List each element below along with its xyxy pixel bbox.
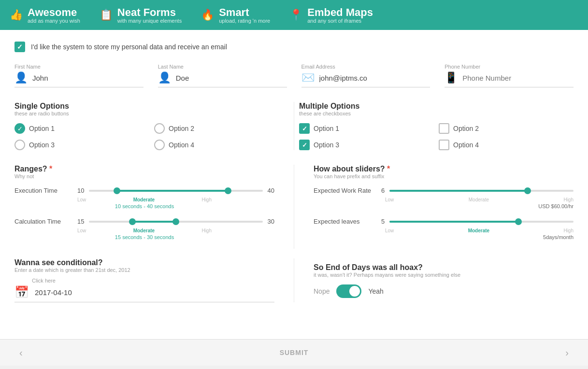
single-options-subtitle: these are radio buttons (14, 111, 289, 116)
last-name-group: Last Name 👤 (158, 64, 287, 87)
calc-time-thumb-right[interactable] (172, 218, 179, 225)
first-name-label: First Name (14, 64, 143, 70)
brand: 👍 Awesome add as many you wish (10, 6, 80, 24)
multiple-options: Multiple Options these are checkboxes Op… (299, 102, 574, 150)
date-input-wrap: Click here 📅 (14, 278, 274, 302)
radio-label-3: Option 3 (29, 141, 55, 149)
next-button[interactable]: › (565, 347, 569, 358)
checkbox-grid: Option 1 Option 2 Option 3 Option 4 (299, 123, 574, 150)
checkbox-option-1[interactable]: Option 1 (299, 123, 434, 134)
expected-leaves-track[interactable] (389, 221, 574, 223)
expected-leaves-desc: 5days/month (314, 234, 574, 240)
calc-time-thumb-left[interactable] (129, 218, 136, 225)
toggle-title: So End of Days was all hoax? (314, 263, 574, 272)
checkbox-box-4 (439, 140, 449, 150)
first-name-group: First Name 👤 (14, 64, 143, 87)
work-rate-row: Expected Work Rate 6 Low Moderate High U… (314, 187, 574, 209)
checkbox-option-4[interactable]: Option 4 (439, 140, 574, 150)
calc-high-label: High (201, 228, 212, 233)
radio-option-2[interactable]: Option 2 (154, 123, 289, 134)
work-rate-fill (389, 190, 528, 192)
work-rate-track[interactable] (389, 190, 574, 192)
expected-leaves-row: Expected leaves 5 Low Moderate High 5day… (314, 218, 574, 240)
calc-moderate-label: Moderate (133, 228, 155, 233)
multiple-options-subtitle: these are checkboxes (299, 111, 574, 116)
execution-time-fill (117, 190, 228, 192)
expected-leaves-thumb[interactable] (515, 218, 522, 225)
email-label: Email Address (301, 64, 430, 70)
nav-embed-maps-title: Embed Maps (307, 6, 373, 18)
ranges-section: Ranges? * Why not Execution Time 10 40 L… (14, 165, 574, 249)
toggle-row: Nope Yeah (314, 284, 574, 298)
date-input-row: 📅 (14, 285, 274, 302)
work-rate-label: Expected Work Rate (314, 187, 376, 194)
calculation-time-track[interactable] (89, 221, 262, 223)
execution-time-max: 40 (268, 187, 274, 194)
header: 👍 Awesome add as many you wish 📋 Neat Fo… (0, 0, 588, 30)
phone-group: Phone Number 📱 (445, 64, 574, 87)
nav-neat-forms[interactable]: 📋 Neat Forms with many unique elements (100, 6, 182, 24)
first-name-input-row: 👤 (14, 71, 143, 87)
calc-low-label: Low (77, 228, 86, 233)
radio-circle-1 (14, 123, 25, 134)
phone-icon: 📱 (445, 71, 458, 84)
person-icon: 👤 (14, 71, 28, 84)
email-icon: ✉️ (301, 71, 315, 84)
wr-high-label: High (563, 197, 574, 202)
single-options-title: Single Options (14, 102, 289, 111)
radio-option-4[interactable]: Option 4 (154, 140, 289, 150)
nav-neat-forms-sub: with many unique elements (117, 18, 182, 24)
consent-checkbox[interactable] (14, 42, 25, 52)
submit-button[interactable]: SUBMIT (280, 349, 309, 356)
checkbox-box-2 (439, 123, 449, 134)
radio-circle-3 (14, 140, 25, 150)
execution-time-thumb-right[interactable] (225, 187, 231, 194)
execution-time-thumb-left[interactable] (114, 187, 120, 194)
nav-embed-maps[interactable]: 📍 Embed Maps and any sort of iframes (289, 6, 373, 24)
el-high-label: High (563, 228, 574, 233)
phone-label: Phone Number (445, 64, 574, 70)
radio-circle-4 (154, 140, 165, 150)
ranges-left: Ranges? * Why not Execution Time 10 40 L… (14, 165, 274, 249)
email-group: Email Address ✉️ (301, 64, 430, 87)
toggle-subtitle: it was, wasn't it? Perhaps mayans were s… (314, 272, 574, 278)
radio-option-1[interactable]: Option 1 (14, 123, 149, 134)
checkbox-label-1: Option 1 (314, 125, 339, 132)
date-click-label: Click here (32, 278, 274, 284)
brand-subtitle: add as many you wish (28, 18, 80, 24)
toggle-switch[interactable] (336, 284, 361, 298)
consent-label: I'd like the system to store my personal… (31, 43, 227, 51)
checkbox-option-2[interactable]: Option 2 (439, 123, 574, 134)
execution-time-row: Execution Time 10 40 Low Moderate High 1… (14, 187, 274, 209)
prev-button[interactable]: ‹ (19, 347, 23, 358)
date-subtitle: Enter a date which is greater than 21st … (14, 267, 274, 273)
date-divider (294, 258, 294, 302)
nav-smart[interactable]: 🔥 Smart upload, rating 'n more (201, 6, 270, 24)
exec-moderate-label: Moderate (133, 197, 155, 202)
work-rate-desc: USD $60.00/hr (314, 203, 574, 209)
calc-time-max: 30 (268, 218, 274, 225)
radio-option-3[interactable]: Option 3 (14, 140, 149, 150)
brand-title: Awesome (28, 6, 77, 18)
nav-neat-forms-title: Neat Forms (117, 6, 176, 18)
email-input[interactable] (319, 74, 430, 82)
single-options: Single Options these are radio buttons O… (14, 102, 289, 150)
date-input[interactable] (35, 288, 131, 297)
first-name-input[interactable] (32, 74, 143, 82)
calc-time-min: 15 (77, 218, 84, 225)
brand-icon: 👍 (10, 9, 23, 21)
execution-time-track[interactable] (89, 190, 262, 192)
checkbox-box-3 (299, 140, 310, 150)
last-name-input[interactable] (176, 74, 287, 82)
last-name-label: Last Name (158, 64, 287, 70)
phone-input[interactable] (462, 74, 574, 82)
exec-high-label: High (201, 197, 212, 202)
checkbox-option-3[interactable]: Option 3 (299, 140, 434, 150)
fields-row: First Name 👤 Last Name 👤 Email Address ✉… (14, 64, 574, 87)
wr-moderate-label: Moderate (469, 197, 489, 202)
calculation-time-fill (132, 221, 176, 223)
sliders-title: How about sliders? * (314, 165, 574, 173)
work-rate-thumb[interactable] (524, 187, 531, 194)
calculation-time-row: Calculation Time 15 30 Low Moderate High… (14, 218, 274, 240)
main-content: I'd like the system to store my personal… (0, 30, 588, 339)
